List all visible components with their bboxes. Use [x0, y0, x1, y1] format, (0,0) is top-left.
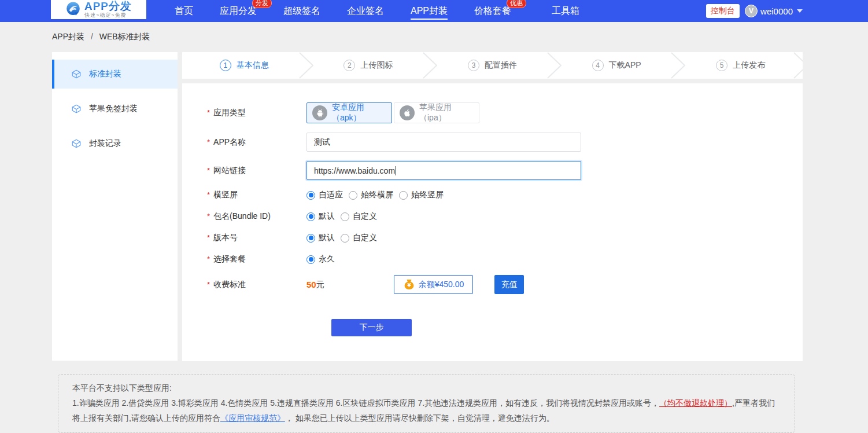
- notice-body: 1.诈骗类应用 2.借贷类应用 3.博彩类应用 4.色情类应用 5.违规直播类应…: [72, 395, 781, 425]
- policy-notice: 本平台不支持以下类型应用: 1.诈骗类应用 2.借贷类应用 3.博彩类应用 4.…: [58, 374, 795, 433]
- nav-item-app-packaging[interactable]: APP封装: [411, 0, 448, 22]
- sidebar-item-standard-packaging[interactable]: 标准封装: [52, 60, 178, 89]
- radio-icon: [399, 191, 408, 200]
- radio-bundle-custom[interactable]: 自定义: [341, 211, 377, 222]
- radio-icon: [341, 212, 349, 221]
- site-url-input[interactable]: https://www.baidu.com: [306, 161, 581, 180]
- nav-menu: 首页 应用分发 分发 超级签名 企业签名 APP封装 价格套餐 优惠 工具箱: [175, 0, 606, 22]
- review-rules-link[interactable]: 《应用审核规范》: [220, 413, 285, 423]
- price-amount: 50: [306, 280, 316, 289]
- radio-icon: [306, 255, 315, 264]
- package-label: *选择套餐: [207, 254, 306, 265]
- recharge-button[interactable]: 充值: [494, 275, 524, 294]
- apple-app-option[interactable]: 苹果应用（ipa）: [394, 102, 479, 123]
- app-type-label: *应用类型: [207, 108, 306, 118]
- basic-info-form: *应用类型: [182, 83, 803, 361]
- avatar: V: [745, 5, 758, 17]
- price-unit: 元: [316, 280, 324, 290]
- step-upload-icon: 2 上传图标: [306, 52, 431, 79]
- text-cursor: [396, 166, 396, 175]
- wizard-steps: 1 基本信息 2 上传图标 3 配置插件 4 下载APP 5 上传发布: [182, 52, 803, 79]
- nav-item-super-signature[interactable]: 超级签名: [283, 0, 320, 22]
- android-icon: [315, 108, 325, 118]
- logo-subtitle: 快速~稳定~免费: [84, 13, 132, 18]
- site-url-label: *网站链接: [207, 166, 306, 176]
- nav-item-app-distribution[interactable]: 应用分发 分发: [220, 0, 257, 22]
- cube-icon: [71, 69, 82, 79]
- chevron-right-icon: [298, 52, 315, 79]
- svg-text:¥: ¥: [407, 282, 411, 288]
- apple-icon: [402, 108, 412, 118]
- distribution-badge: 分发: [252, 0, 272, 8]
- breadcrumb-parent[interactable]: APP封装: [52, 32, 84, 41]
- radio-icon: [306, 234, 315, 243]
- money-bag-icon: ¥: [403, 278, 415, 291]
- version-label: *版本号: [207, 233, 306, 243]
- cube-icon: [71, 104, 82, 114]
- step-configure-plugins: 3 配置插件: [430, 52, 555, 79]
- radio-icon: [349, 191, 357, 200]
- nav-item-home[interactable]: 首页: [175, 0, 193, 22]
- chevron-down-icon: [797, 9, 803, 13]
- chevron-right-icon: [670, 52, 686, 79]
- chevron-right-icon: [793, 52, 803, 79]
- no-refund-warning: （均不做退款处理）: [659, 398, 732, 408]
- user-menu[interactable]: V wei0000: [745, 5, 803, 17]
- chevron-right-icon: [422, 52, 438, 79]
- breadcrumb-current: WEB标准封装: [99, 32, 150, 41]
- step-download-app: 4 下载APP: [555, 52, 679, 79]
- cube-icon: [71, 138, 82, 149]
- price-label: *收费标准: [207, 280, 306, 290]
- nav-item-toolbox[interactable]: 工具箱: [552, 0, 579, 22]
- app-name-label: *APP名称: [207, 137, 306, 148]
- radio-package-permanent[interactable]: 永久: [306, 254, 335, 265]
- radio-icon: [306, 212, 315, 221]
- logo-icon: [65, 1, 81, 17]
- discount-badge: 优惠: [507, 0, 526, 8]
- radio-version-custom[interactable]: 自定义: [341, 233, 377, 243]
- nav-item-enterprise-signature[interactable]: 企业签名: [347, 0, 384, 22]
- chevron-right-icon: [546, 52, 563, 79]
- breadcrumb-separator: /: [91, 32, 93, 41]
- username: wei0000: [760, 6, 793, 16]
- sidebar: 标准封装 苹果免签封装 封装记录: [52, 52, 178, 361]
- step-basic-info: 1 基本信息: [182, 52, 306, 79]
- radio-bundle-default[interactable]: 默认: [306, 211, 335, 222]
- top-navbar: APP分发 快速~稳定~免费 首页 应用分发 分发 超级签名 企业签名 APP封…: [0, 0, 868, 22]
- navbar-right: 控制台 V wei0000: [706, 0, 803, 22]
- sidebar-item-packaging-records[interactable]: 封装记录: [52, 129, 178, 158]
- radio-orientation-auto[interactable]: 自适应: [306, 190, 343, 200]
- bundle-id-label: *包名(Bundle ID): [207, 211, 306, 222]
- balance-button[interactable]: ¥ 余额¥450.00: [394, 275, 474, 294]
- radio-icon: [341, 234, 349, 243]
- android-app-option[interactable]: 安卓应用（apk）: [306, 102, 392, 123]
- step-upload-publish: 5 上传发布: [678, 52, 803, 79]
- next-step-button[interactable]: 下一步: [331, 319, 412, 336]
- radio-orientation-landscape[interactable]: 始终横屏: [349, 190, 393, 200]
- radio-version-default[interactable]: 默认: [306, 233, 335, 243]
- app-name-input[interactable]: [306, 133, 581, 152]
- notice-title: 本平台不支持以下类型应用:: [72, 380, 781, 395]
- nav-item-pricing[interactable]: 价格套餐 优惠: [474, 0, 511, 22]
- console-button[interactable]: 控制台: [706, 4, 740, 18]
- radio-icon: [306, 191, 315, 200]
- app-logo[interactable]: APP分发 快速~稳定~免费: [51, 0, 146, 19]
- radio-orientation-portrait[interactable]: 始终竖屏: [399, 190, 444, 200]
- sidebar-item-apple-signfree-packaging[interactable]: 苹果免签封装: [52, 94, 178, 123]
- breadcrumb: APP封装 / WEB标准封装: [0, 22, 868, 52]
- logo-title: APP分发: [84, 1, 132, 12]
- orientation-label: *横竖屏: [207, 190, 306, 200]
